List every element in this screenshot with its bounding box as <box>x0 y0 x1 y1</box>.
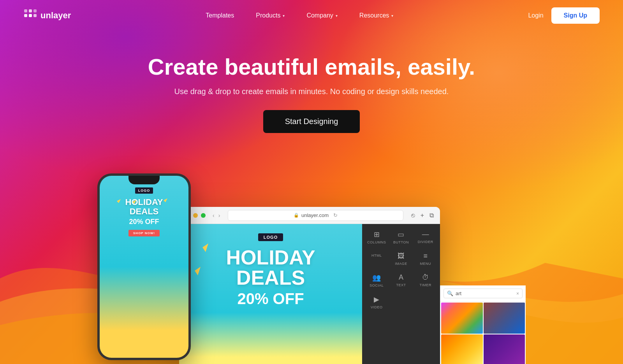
cta-button[interactable]: Start Designing <box>263 110 360 133</box>
svg-rect-1 <box>29 9 32 12</box>
mockup-area: LOGO HOLIDAY DEALS 20% OFF SHOP NOW! <box>97 173 526 364</box>
logo-text: unlayer <box>40 10 71 21</box>
divider-icon: — <box>422 230 429 238</box>
browser-minimize-dot <box>193 213 198 218</box>
signup-button[interactable]: Sign Up <box>551 7 600 24</box>
svg-marker-6 <box>117 199 121 203</box>
image-grid <box>440 302 526 364</box>
svg-rect-3 <box>29 14 32 17</box>
svg-rect-0 <box>24 9 27 12</box>
nav-resources[interactable]: Resources ▾ <box>348 0 404 31</box>
image-result-1[interactable] <box>441 303 483 334</box>
tool-video[interactable]: ▶ VIDEO <box>365 292 388 312</box>
nav-auth: Login Sign Up <box>528 7 600 24</box>
products-chevron-icon: ▾ <box>283 14 285 18</box>
nav-links: Templates Products ▾ Company ▾ Resources… <box>195 0 404 31</box>
browser-maximize-dot <box>201 213 206 218</box>
image-search-panel: 🔍 art × garageland — Pixabay <box>440 285 526 364</box>
svg-marker-12 <box>195 267 201 275</box>
svg-rect-4 <box>33 9 37 12</box>
lock-icon: 🔒 <box>294 213 299 218</box>
search-bar[interactable]: 🔍 art × <box>443 289 523 298</box>
text-icon: A <box>399 273 403 282</box>
browser-nav: ‹ › <box>213 212 220 219</box>
search-bar-wrap: 🔍 art × <box>440 285 526 302</box>
tool-menu[interactable]: ≡ MENU <box>414 249 437 269</box>
resources-chevron-icon: ▾ <box>391 14 393 18</box>
hero-subtitle: Use drag & drop to create emails in minu… <box>0 87 623 96</box>
tool-divider[interactable]: — DIVIDER <box>414 227 437 247</box>
hero-section: unlayer Templates Products ▾ Company ▾ R… <box>0 0 623 364</box>
svg-marker-9 <box>202 243 208 252</box>
svg-rect-2 <box>24 14 27 17</box>
svg-rect-5 <box>33 14 37 17</box>
svg-marker-8 <box>132 200 136 204</box>
url-text: unlayer.com <box>301 212 329 218</box>
video-icon: ▶ <box>374 295 379 304</box>
hero-title: Create beautiful emails, easily. <box>0 54 623 79</box>
copy-icon[interactable]: ⧉ <box>429 212 434 219</box>
tool-text[interactable]: A TEXT <box>390 270 413 290</box>
phone-notch <box>128 176 160 184</box>
phone-screen: LOGO HOLIDAY DEALS 20% OFF SHOP NOW! <box>100 176 188 358</box>
phone-logo-badge: LOGO <box>135 187 153 194</box>
phone-shop-btn: SHOP NOW! <box>128 230 160 236</box>
social-icon: 👥 <box>372 273 381 282</box>
hero-content: Create beautiful emails, easily. Use dra… <box>0 54 623 133</box>
phone-sparks-svg <box>109 197 179 205</box>
email-preview: LOGO HOLIDAY DEALS 20% OFF <box>179 224 362 364</box>
clear-search-icon[interactable]: × <box>516 291 519 296</box>
unlayer-logo-icon <box>23 9 37 23</box>
timer-icon: ⏱ <box>422 273 429 282</box>
search-input[interactable]: art <box>456 290 514 296</box>
phone-outer: LOGO HOLIDAY DEALS 20% OFF SHOP NOW! <box>97 173 191 360</box>
add-tab-icon[interactable]: + <box>421 212 424 219</box>
image-icon: 🖼 <box>398 252 405 260</box>
phone-off-text: 20% OFF <box>129 218 159 226</box>
browser-url-bar[interactable]: 🔒 unlayer.com ↻ <box>228 210 403 221</box>
columns-icon: ⊞ <box>374 230 380 239</box>
editor-sidebar: ⊞ COLUMNS ▭ BUTTON — DIVIDER HTML 🖼 IMAG… <box>362 224 440 364</box>
tool-image[interactable]: 🖼 IMAGE <box>390 249 413 269</box>
company-chevron-icon: ▾ <box>336 14 338 18</box>
browser-forward-icon[interactable]: › <box>218 212 220 219</box>
email-logo-badge: LOGO <box>258 233 283 241</box>
image-result-2[interactable] <box>484 303 525 334</box>
refresh-icon: ↻ <box>333 212 338 218</box>
nav-templates[interactable]: Templates <box>195 0 245 31</box>
tool-columns[interactable]: ⊞ COLUMNS <box>365 227 388 247</box>
browser-back-icon[interactable]: ‹ <box>213 212 215 219</box>
sidebar-tools: ⊞ COLUMNS ▭ BUTTON — DIVIDER HTML 🖼 IMAG… <box>362 224 440 315</box>
email-off-text: 20% OFF <box>237 290 304 308</box>
tool-timer[interactable]: ⏱ TIMER <box>414 270 437 290</box>
image-result-4[interactable] <box>484 334 525 364</box>
svg-marker-7 <box>164 198 167 202</box>
nav-company[interactable]: Company ▾ <box>296 0 348 31</box>
tool-social[interactable]: 👥 SOCIAL <box>365 270 388 290</box>
search-icon: 🔍 <box>447 290 453 296</box>
email-deals-title: HOLIDAY DEALS <box>226 247 315 288</box>
menu-icon: ≡ <box>423 252 428 260</box>
share-icon[interactable]: ⎋ <box>411 212 415 219</box>
login-button[interactable]: Login <box>528 12 543 19</box>
browser-body: LOGO HOLIDAY DEALS 20% OFF ⊞ COLUMNS ▭ B… <box>179 224 440 364</box>
tool-html[interactable]: HTML <box>365 249 388 269</box>
phone-mockup: LOGO HOLIDAY DEALS 20% OFF SHOP NOW! <box>97 173 191 360</box>
tool-button[interactable]: ▭ BUTTON <box>390 227 413 247</box>
button-icon: ▭ <box>398 230 404 239</box>
nav-products[interactable]: Products ▾ <box>245 0 296 31</box>
logo[interactable]: unlayer <box>23 9 71 23</box>
browser-action-icons: ⎋ + ⧉ <box>411 212 434 219</box>
browser-mockup: ‹ › 🔒 unlayer.com ↻ ⎋ + ⧉ <box>179 207 440 364</box>
image-result-3[interactable] <box>441 334 483 364</box>
navbar: unlayer Templates Products ▾ Company ▾ R… <box>0 0 623 31</box>
browser-toolbar: ‹ › 🔒 unlayer.com ↻ ⎋ + ⧉ <box>179 207 440 224</box>
